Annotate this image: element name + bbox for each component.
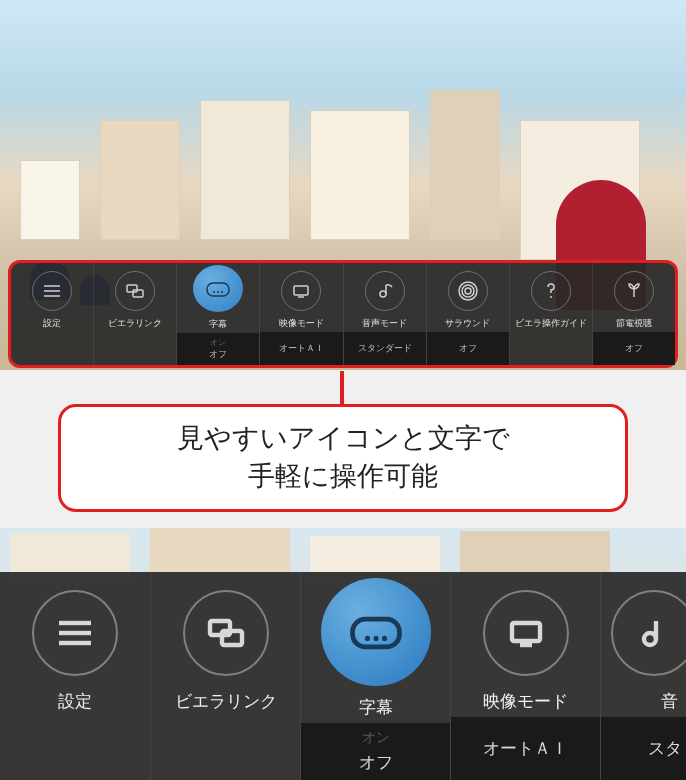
menu-label: サラウンド (445, 317, 490, 330)
top-screenshot-panel: 設定 ビエラリンク 字幕 オン オフ 映像モード (0, 0, 686, 370)
svg-rect-26 (512, 623, 540, 641)
svg-point-16 (550, 296, 552, 298)
svg-point-11 (380, 291, 386, 297)
menu-item-guide[interactable]: ビエラ操作ガイド (509, 263, 592, 365)
menu-value-current: オートＡＩ (483, 737, 568, 760)
svg-point-23 (364, 636, 369, 641)
menu-item-picture-mode[interactable]: 映像モード オートＡＩ (259, 263, 342, 365)
svg-point-14 (462, 285, 474, 297)
menu-value-current: オフ (459, 342, 477, 355)
callout-text-line1: 見やすいアイコンと文字で (177, 420, 510, 458)
svg-rect-4 (133, 290, 143, 297)
viera-link-icon (183, 590, 269, 676)
menu-value-current: オフ (209, 348, 227, 361)
menu-label: ビエラリンク (108, 317, 162, 330)
settings-icon (32, 590, 118, 676)
menu-item-sound-mode-big[interactable]: 音 スタ (600, 572, 686, 780)
menu-item-subtitle[interactable]: 字幕 オン オフ (176, 263, 259, 365)
bottom-zoom-panel: 設定 ビエラリンク 字幕 オン オフ 映像モード (0, 528, 686, 780)
quick-menu-bar-zoomed: 設定 ビエラリンク 字幕 オン オフ 映像モード (0, 572, 686, 780)
menu-item-viera-link-big[interactable]: ビエラリンク (150, 572, 300, 780)
settings-icon (32, 271, 72, 311)
eco-icon (614, 271, 654, 311)
svg-point-24 (373, 636, 378, 641)
menu-label: 字幕 (359, 696, 393, 719)
subtitle-icon (193, 265, 243, 312)
menu-label: 音 (661, 690, 678, 713)
menu-value-current: スタ (648, 737, 682, 760)
menu-item-settings-big[interactable]: 設定 (0, 572, 150, 780)
svg-rect-21 (222, 631, 242, 645)
menu-label: ビエラ操作ガイド (515, 317, 587, 330)
svg-rect-9 (294, 286, 308, 295)
picture-mode-icon (281, 271, 321, 311)
menu-label: 音声モード (362, 317, 407, 330)
callout-box: 見やすいアイコンと文字で 手軽に操作可能 (58, 404, 628, 512)
menu-item-settings[interactable]: 設定 (11, 263, 93, 365)
menu-item-viera-link[interactable]: ビエラリンク (93, 263, 176, 365)
sound-mode-icon (365, 271, 405, 311)
surround-icon (448, 271, 488, 311)
menu-label: ビエラリンク (175, 690, 277, 713)
picture-mode-icon (483, 590, 569, 676)
callout-connector-line (340, 371, 344, 407)
sound-mode-icon (611, 590, 687, 676)
menu-label: 映像モード (279, 317, 324, 330)
menu-value-current: オフ (625, 342, 643, 355)
menu-value-previous: オン (210, 337, 226, 348)
callout-text-line2: 手軽に操作可能 (248, 458, 438, 496)
menu-label: 節電視聴 (616, 317, 652, 330)
menu-value-current: オフ (359, 751, 393, 774)
quick-menu-bar-top: 設定 ビエラリンク 字幕 オン オフ 映像モード (8, 260, 678, 368)
subtitle-icon (321, 578, 431, 686)
menu-label: 字幕 (209, 318, 227, 331)
menu-value-previous: オン (362, 729, 390, 747)
svg-rect-3 (127, 285, 137, 292)
svg-point-13 (465, 288, 471, 294)
menu-label: 設定 (58, 690, 92, 713)
svg-rect-5 (207, 283, 229, 296)
svg-point-6 (213, 291, 215, 293)
svg-point-25 (381, 636, 386, 641)
menu-label: 映像モード (483, 690, 568, 713)
menu-value-current: スタンダード (358, 342, 412, 355)
menu-item-eco[interactable]: 節電視聴 オフ (592, 263, 675, 365)
menu-item-surround[interactable]: サラウンド オフ (426, 263, 509, 365)
svg-point-8 (221, 291, 223, 293)
help-icon (531, 271, 571, 311)
svg-rect-22 (352, 619, 399, 647)
menu-item-sound-mode[interactable]: 音声モード スタンダード (343, 263, 426, 365)
svg-point-7 (217, 291, 219, 293)
viera-link-icon (115, 271, 155, 311)
menu-item-subtitle-big[interactable]: 字幕 オン オフ (300, 572, 450, 780)
menu-value-current: オートＡＩ (279, 342, 324, 355)
menu-item-picture-mode-big[interactable]: 映像モード オートＡＩ (450, 572, 600, 780)
menu-label: 設定 (43, 317, 61, 330)
